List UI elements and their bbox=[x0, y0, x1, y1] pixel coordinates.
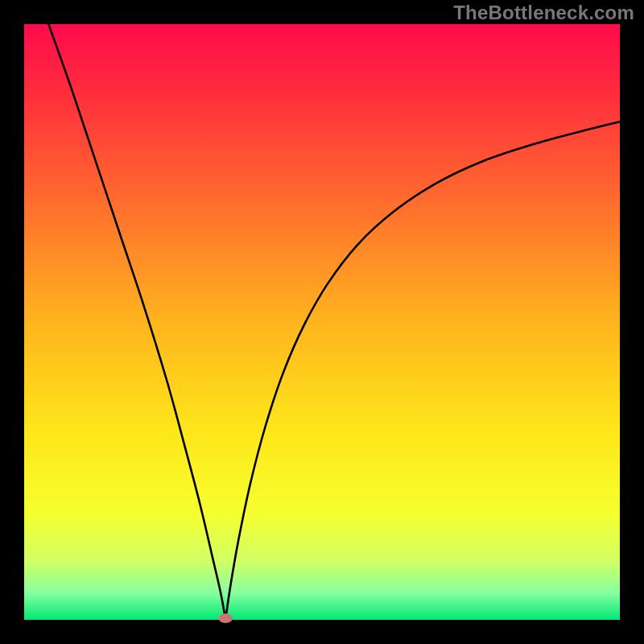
minimum-marker bbox=[218, 613, 233, 623]
watermark-text: TheBottleneck.com bbox=[453, 2, 634, 24]
plot-background bbox=[24, 24, 620, 620]
chart-frame: TheBottleneck.com bbox=[0, 0, 644, 644]
bottleneck-chart bbox=[0, 0, 644, 644]
